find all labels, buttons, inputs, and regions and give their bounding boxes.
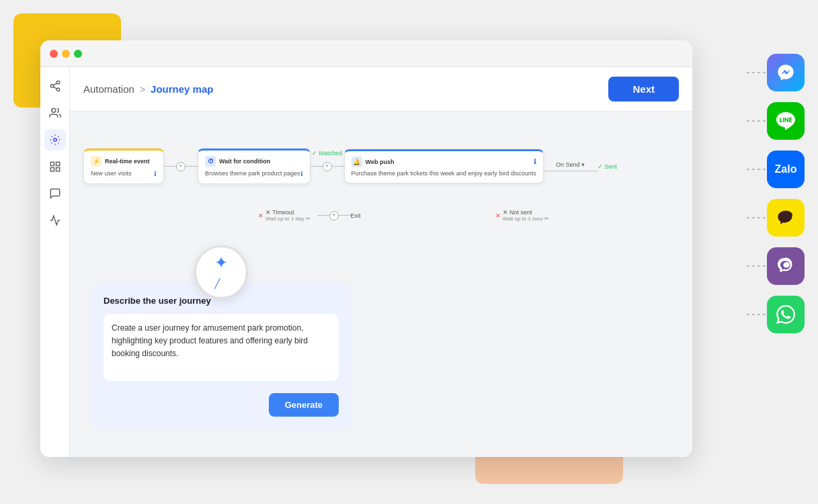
zalo-icon[interactable]: Zalo [767, 151, 805, 188]
event-node[interactable]: ⚡ Real-time event New user visits ℹ [83, 149, 164, 184]
timeout-x: ✕ [258, 212, 263, 219]
timeout-section: ✕ ✕ Timeout Wait up to 1 day ✏ [258, 209, 311, 222]
edit-icon-2[interactable]: ✏ [544, 216, 549, 222]
event-info-icon: ℹ [154, 169, 157, 178]
svg-point-5 [51, 108, 55, 112]
svg-point-1 [50, 85, 54, 88]
push-info-icon: ℹ [534, 158, 536, 165]
main-area: Automation > Journey map Next ⚡ Real-tim… [70, 67, 692, 457]
svg-line-4 [53, 83, 56, 85]
sidebar-icon-layers[interactable] [44, 156, 66, 177]
kakaotalk-dash [747, 217, 767, 218]
sidebar-icon-analytics[interactable] [44, 210, 66, 231]
not-sent-x: ✕ [495, 212, 501, 219]
on-send-label: On Send ▾ [556, 161, 585, 168]
right-icons-panel: Zalo [747, 54, 805, 333]
browser-window: Automation > Journey map Next ⚡ Real-tim… [40, 40, 692, 457]
connector-exit: + [317, 211, 351, 220]
sidebar-icon-users[interactable] [44, 102, 66, 124]
breadcrumb-automation: Automation [83, 83, 134, 95]
flow-row-bottom: ✕ ✕ Timeout Wait up to 1 day ✏ + [258, 209, 549, 222]
zalo-dash [747, 169, 767, 170]
viber-item [747, 247, 805, 285]
magic-wand-icon: ✦╱ [214, 253, 228, 291]
svg-point-0 [56, 81, 60, 85]
line-1 [164, 166, 176, 167]
header-bar: Automation > Journey map Next [70, 67, 692, 112]
line-dash [747, 120, 767, 122]
svg-line-3 [53, 87, 56, 89]
ai-popup: ✦╱ Describe the user journey Generate [90, 282, 352, 430]
browser-titlebar [40, 40, 692, 67]
viber-dash [747, 265, 767, 267]
traffic-lights [50, 50, 82, 58]
whatsapp-item [747, 296, 805, 333]
sidebar [40, 67, 70, 457]
condition-node[interactable]: ⏱ Wait for condition Browses theme park … [198, 149, 311, 184]
sent-label: ✓ Sent [598, 163, 617, 170]
kakaotalk-icon[interactable] [767, 199, 805, 237]
dot-2[interactable]: + [323, 162, 332, 171]
svg-point-2 [56, 88, 60, 91]
breadcrumb-separator: > [140, 84, 145, 95]
edit-icon[interactable]: ✏ [306, 216, 311, 222]
matched-label: ✓ Matched [312, 150, 342, 157]
sidebar-icon-settings[interactable] [44, 129, 66, 151]
messenger-icon[interactable] [767, 54, 805, 91]
kakaotalk-item [747, 199, 805, 237]
svg-rect-7 [50, 162, 54, 165]
sidebar-icon-share[interactable] [44, 75, 66, 97]
dot-1[interactable]: + [176, 162, 186, 171]
svg-rect-9 [50, 168, 54, 171]
whatsapp-icon[interactable] [767, 296, 805, 333]
svg-rect-8 [56, 162, 59, 165]
breadcrumb-current: Journey map [151, 83, 213, 95]
magic-circle: ✦╱ [194, 245, 248, 299]
viber-icon[interactable] [767, 247, 805, 285]
browser-content: Automation > Journey map Next ⚡ Real-tim… [40, 67, 692, 457]
line-2 [186, 166, 198, 167]
generate-button[interactable]: Generate [269, 393, 339, 417]
flow-row-main: ⚡ Real-time event New user visits ℹ + [83, 149, 617, 184]
line-icon[interactable] [767, 102, 805, 140]
whatsapp-dash [747, 314, 767, 315]
canvas-area: ⚡ Real-time event New user visits ℹ + [70, 112, 692, 457]
connector-matched: ✓ Matched + [311, 162, 344, 171]
traffic-light-yellow[interactable] [62, 50, 70, 58]
next-button[interactable]: Next [608, 77, 679, 101]
not-sent-section: ✕ ✕ Not sent Wait up to 1 hour ✏ [495, 209, 550, 222]
ai-popup-textarea[interactable] [104, 314, 339, 381]
condition-info-icon: ℹ [300, 169, 303, 178]
connector-on-send: On Send ▾ [544, 161, 598, 172]
svg-point-6 [53, 138, 56, 142]
svg-rect-10 [56, 168, 59, 171]
breadcrumb: Automation > Journey map [83, 83, 213, 95]
line-item [747, 102, 805, 140]
ai-popup-footer: Generate [104, 393, 339, 417]
sidebar-icon-chat[interactable] [44, 183, 66, 204]
messenger-item [747, 54, 805, 91]
connector-1: + [164, 162, 198, 171]
dot-3[interactable]: + [329, 211, 339, 220]
event-icon: ⚡ [91, 156, 101, 167]
traffic-light-green[interactable] [74, 50, 82, 58]
zalo-item: Zalo [747, 151, 805, 188]
messenger-dash [747, 72, 767, 73]
exit-label: Exit [351, 212, 361, 219]
zalo-text: Zalo [775, 163, 797, 175]
push-icon: 🔔 [352, 157, 362, 167]
push-node[interactable]: 🔔 Web push ℹ Purchase theme park tickets… [344, 149, 544, 184]
traffic-light-red[interactable] [50, 50, 58, 58]
condition-icon: ⏱ [205, 156, 216, 167]
